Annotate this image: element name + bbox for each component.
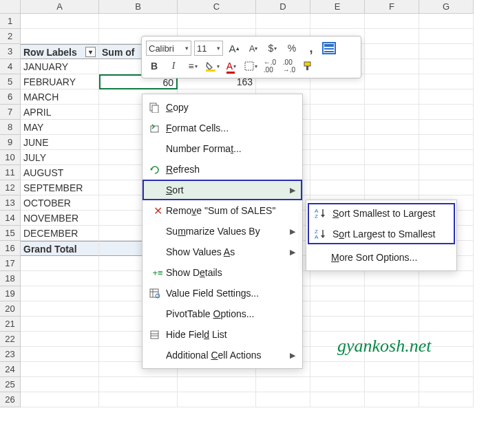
pivot-row-label[interactable]: SEPTEMBER: [21, 180, 99, 195]
percent-format-icon[interactable]: %: [284, 41, 300, 56]
menu-label: Refresh: [166, 164, 295, 175]
increase-font-icon[interactable]: A▴: [226, 41, 242, 56]
row-head[interactable]: 2: [0, 29, 21, 44]
menu-label: PivotTable Options...: [166, 308, 295, 319]
sort-desc-icon: ZA: [315, 228, 332, 239]
row-head[interactable]: 7: [0, 105, 21, 120]
menu-remove[interactable]: ✕ Remove "Sum of SALES": [142, 200, 302, 221]
submenu-label: Sort Smallest to Largest: [332, 208, 435, 219]
accounting-format-icon[interactable]: $▾: [264, 41, 281, 56]
col-head-B[interactable]: B: [99, 0, 178, 14]
row-head[interactable]: 1: [0, 14, 21, 29]
comma-format-icon[interactable]: ,: [303, 41, 319, 56]
menu-additional-cell-actions[interactable]: Additional Cell Actions ▶: [142, 345, 302, 365]
increase-decimal-icon[interactable]: ←.0.00: [262, 58, 278, 74]
svg-rect-5: [304, 62, 310, 66]
borders-icon[interactable]: ▾: [242, 58, 259, 74]
menu-label: Summarize Values By: [166, 226, 290, 237]
menu-label: Format Cells...: [166, 122, 295, 134]
menu-pivottable-options[interactable]: PivotTable Options...: [142, 303, 302, 324]
svg-rect-2: [324, 51, 334, 52]
menu-label: Additional Cell Actions: [166, 350, 290, 361]
col-head-D[interactable]: D: [256, 0, 310, 14]
col-head-F[interactable]: F: [365, 0, 419, 14]
row-head[interactable]: 8: [0, 120, 21, 135]
col-head-G[interactable]: G: [419, 0, 474, 14]
row-head[interactable]: 10: [0, 150, 21, 165]
filter-dropdown-icon[interactable]: ▾: [85, 47, 96, 57]
menu-show-values-as[interactable]: Show Values As ▶: [142, 242, 302, 262]
menu-label: Value Field Settings...: [166, 288, 295, 299]
sort-submenu: AZ Sort Smallest to Largest ZA Sort Larg…: [306, 200, 457, 271]
menu-copy[interactable]: Copy: [142, 97, 302, 118]
svg-rect-1: [324, 48, 334, 50]
row-head[interactable]: 3: [0, 44, 21, 59]
row-head[interactable]: 16: [0, 241, 21, 256]
pivot-row-label[interactable]: JUNE: [21, 135, 99, 150]
menu-number-format[interactable]: Number Format...: [142, 138, 302, 159]
row-head[interactable]: 18: [0, 271, 21, 286]
row-head[interactable]: 6: [0, 89, 21, 105]
row-head[interactable]: 19: [0, 286, 21, 301]
col-head-E[interactable]: E: [310, 0, 365, 14]
row-head[interactable]: 24: [0, 362, 21, 377]
row-head[interactable]: 13: [0, 195, 21, 211]
row-head[interactable]: 15: [0, 226, 21, 241]
pivot-grand-total[interactable]: Grand Total: [21, 241, 99, 256]
col-head-C[interactable]: C: [178, 0, 256, 14]
fill-color-icon[interactable]: ▾: [204, 58, 220, 74]
format-table-icon[interactable]: [322, 42, 336, 54]
pivot-row-label[interactable]: MAY: [21, 120, 99, 135]
submenu-sort-ascending[interactable]: AZ Sort Smallest to Largest: [308, 203, 455, 224]
copy-icon: [149, 103, 166, 113]
row-head[interactable]: 17: [0, 256, 21, 271]
row-head[interactable]: 21: [0, 317, 21, 332]
row-head[interactable]: 14: [0, 211, 21, 226]
submenu-label: More Sort Options...: [331, 252, 417, 263]
font-size-select[interactable]: 11▾: [194, 41, 223, 56]
svg-rect-3: [206, 70, 215, 72]
submenu-sort-descending[interactable]: ZA Sort Largest to Smallest: [308, 224, 455, 244]
pivot-row-label[interactable]: APRIL: [21, 105, 99, 120]
menu-value-field-settings[interactable]: Value Field Settings...: [142, 283, 302, 303]
menu-hide-field-list[interactable]: Hide Field List: [142, 324, 302, 345]
row-head[interactable]: 20: [0, 301, 21, 317]
svg-rect-4: [245, 62, 253, 70]
row-head[interactable]: 12: [0, 180, 21, 195]
pivot-row-label[interactable]: NOVEMBER: [21, 211, 99, 226]
pivot-row-label[interactable]: FEBRUARY: [21, 74, 99, 89]
pivot-row-label[interactable]: OCTOBER: [21, 195, 99, 211]
row-head[interactable]: 23: [0, 347, 21, 362]
decrease-font-icon[interactable]: A▾: [245, 41, 262, 56]
row-head[interactable]: 9: [0, 135, 21, 150]
menu-show-details[interactable]: +≡ Show Details: [142, 262, 302, 283]
row-head[interactable]: 5: [0, 74, 21, 89]
menu-refresh[interactable]: Refresh: [142, 159, 302, 180]
col-head-A[interactable]: A: [21, 0, 99, 14]
menu-summarize-values[interactable]: Summarize Values By ▶: [142, 221, 302, 242]
row-head[interactable]: 25: [0, 377, 21, 392]
font-name-select[interactable]: Calibri▾: [146, 41, 191, 56]
italic-icon[interactable]: I: [165, 58, 182, 74]
row-head[interactable]: 22: [0, 332, 21, 347]
pivot-row-label[interactable]: JANUARY: [21, 59, 99, 74]
pivot-row-label[interactable]: MARCH: [21, 89, 99, 105]
format-painter-icon[interactable]: [300, 58, 317, 74]
menu-sort[interactable]: Sort ▶: [142, 180, 302, 200]
svg-rect-14: [151, 331, 158, 339]
pivot-row-label[interactable]: DECEMBER: [21, 226, 99, 241]
row-head[interactable]: 11: [0, 165, 21, 180]
bold-icon[interactable]: B: [146, 58, 162, 74]
font-color-icon[interactable]: A▾: [223, 58, 240, 74]
row-head[interactable]: 4: [0, 59, 21, 74]
pivot-row-label[interactable]: JULY: [21, 150, 99, 165]
select-all-corner[interactable]: [0, 0, 21, 14]
submenu-more-sort-options[interactable]: More Sort Options...: [306, 247, 456, 268]
menu-label: Show Details: [166, 267, 295, 278]
row-head[interactable]: 26: [0, 392, 21, 407]
pivot-row-label[interactable]: AUGUST: [21, 165, 99, 180]
decrease-decimal-icon[interactable]: .00→.0: [281, 58, 297, 74]
menu-format-cells[interactable]: Format Cells...: [142, 118, 302, 138]
pivot-header-rowlabels[interactable]: Row Labels ▾: [21, 44, 99, 59]
align-icon[interactable]: ≡▾: [184, 58, 201, 74]
